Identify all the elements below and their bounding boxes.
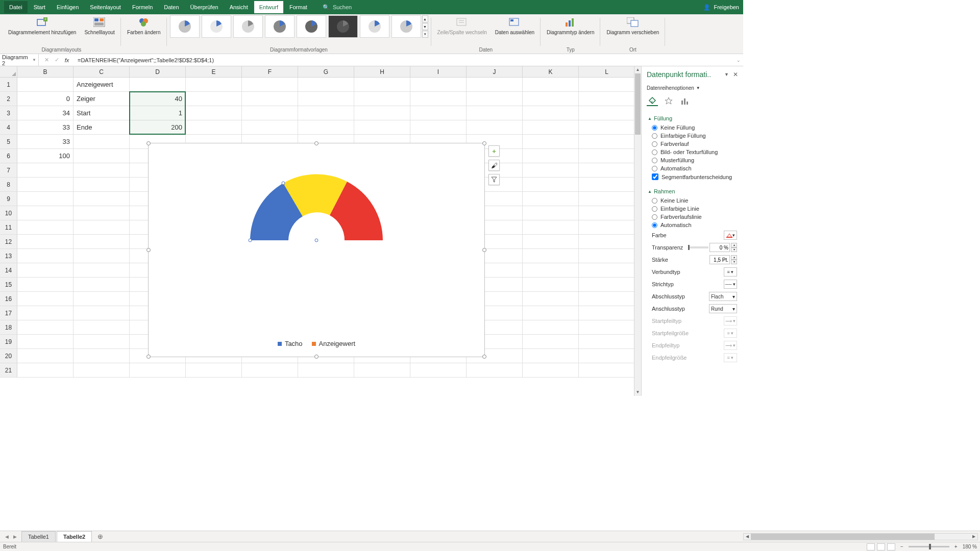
cell[interactable] [523,292,579,306]
row-header[interactable]: 12 [0,235,17,249]
scroll-down-button[interactable]: ▼ [634,389,641,396]
cell[interactable] [467,78,523,92]
row-header[interactable]: 21 [0,363,17,378]
cell[interactable] [74,206,130,220]
cell[interactable] [354,363,410,378]
width-input[interactable] [709,255,730,264]
chart-style-4[interactable] [265,15,295,38]
pane-options-label[interactable]: Datenreihenoptionen [647,85,694,91]
cell[interactable] [130,78,186,92]
row-header[interactable]: 20 [0,349,17,363]
cell[interactable] [17,249,74,263]
spin-down[interactable]: ▾ [731,260,737,264]
cell[interactable] [74,220,130,235]
row-header[interactable]: 7 [0,163,17,178]
cell[interactable] [186,78,242,92]
row-header[interactable]: 6 [0,149,17,163]
scroll-up-button[interactable]: ▲ [634,66,641,73]
column-header[interactable]: H [354,66,410,78]
cell[interactable] [74,335,130,349]
cell[interactable] [523,335,579,349]
cell[interactable] [579,163,635,178]
cell[interactable] [354,78,410,92]
cell[interactable] [579,92,635,106]
join-field[interactable]: Anschlusstyp Rund▾ [648,303,737,315]
dash-dropdown[interactable]: ── ▾ [724,280,737,289]
cell[interactable] [523,78,579,92]
cell[interactable] [467,363,523,378]
cell[interactable] [17,163,74,178]
cell[interactable]: Anzeigewert [74,78,130,92]
dash-field[interactable]: Strichtyp ── ▾ [648,278,737,290]
cell[interactable] [17,363,74,378]
cell[interactable] [410,92,467,106]
cell[interactable] [17,178,74,192]
cell[interactable] [579,335,635,349]
name-box[interactable]: Diagramm 2 ▼ [0,54,39,66]
cell[interactable] [298,92,354,106]
vary-colors-check[interactable]: Segmentfarbunterscheidung [648,172,737,181]
cell[interactable] [74,178,130,192]
cell[interactable] [17,335,74,349]
cell[interactable] [242,120,298,135]
vertical-scrollbar[interactable]: ▲ ▼ [634,66,641,396]
column-header[interactable]: K [523,66,579,78]
select-all-corner[interactable] [0,66,17,78]
border-color-field[interactable]: Farbe ▾ [648,229,737,241]
column-header[interactable]: J [467,66,523,78]
tab-formeln[interactable]: Formeln [127,1,158,13]
gallery-down-button[interactable]: ▼ [422,23,428,30]
cell[interactable] [298,78,354,92]
formula-expand-button[interactable]: ⌄ [734,58,743,63]
cell[interactable]: 200 [130,120,186,135]
cell[interactable]: Zeiger [74,92,130,106]
cell[interactable] [579,249,635,263]
chart-style-3[interactable] [233,15,263,38]
resize-handle[interactable] [314,141,318,145]
cell[interactable] [242,78,298,92]
cell[interactable]: 1 [130,106,186,120]
cell[interactable] [74,349,130,363]
cap-dropdown[interactable]: Flach▾ [709,292,737,301]
fill-gradient-radio[interactable]: Farbverlauf [648,140,737,148]
cell[interactable] [523,278,579,292]
resize-handle[interactable] [314,355,318,359]
row-header[interactable]: 9 [0,192,17,206]
cell[interactable] [17,349,74,363]
cell[interactable] [242,106,298,120]
cap-field[interactable]: Abschlusstyp Flach▾ [648,290,737,303]
cell[interactable] [17,220,74,235]
chart-style-1[interactable] [170,15,200,38]
confirm-formula-button[interactable]: ✓ [52,56,61,65]
chart-style-8[interactable] [391,15,421,38]
cell[interactable] [354,92,410,106]
row-header[interactable]: 4 [0,120,17,135]
column-header[interactable]: F [242,66,298,78]
cell[interactable] [298,363,354,378]
cell[interactable] [17,292,74,306]
cell[interactable] [410,78,467,92]
select-data-button[interactable]: Daten auswählen [492,15,537,37]
cell[interactable] [242,363,298,378]
cell[interactable]: Start [74,106,130,120]
change-chart-type-button[interactable]: Diagrammtyp ändern [544,15,597,37]
cell[interactable] [579,178,635,192]
cell[interactable]: 33 [17,120,74,135]
row-header[interactable]: 8 [0,178,17,192]
cell[interactable] [523,178,579,192]
cell[interactable] [467,106,523,120]
spin-down[interactable]: ▾ [731,247,737,252]
tab-entwurf[interactable]: Entwurf [254,1,283,13]
resize-handle[interactable] [146,355,151,359]
cell[interactable] [354,106,410,120]
column-header[interactable]: B [17,66,74,78]
cell[interactable] [579,263,635,278]
cell[interactable] [17,206,74,220]
add-chart-element-button[interactable]: + Diagrammelement hinzufügen [5,15,79,37]
cell[interactable] [17,235,74,249]
cell[interactable] [523,363,579,378]
resize-handle[interactable] [146,141,151,145]
cell[interactable] [410,363,467,378]
fx-button[interactable]: fx [62,56,71,65]
cell[interactable] [579,78,635,92]
